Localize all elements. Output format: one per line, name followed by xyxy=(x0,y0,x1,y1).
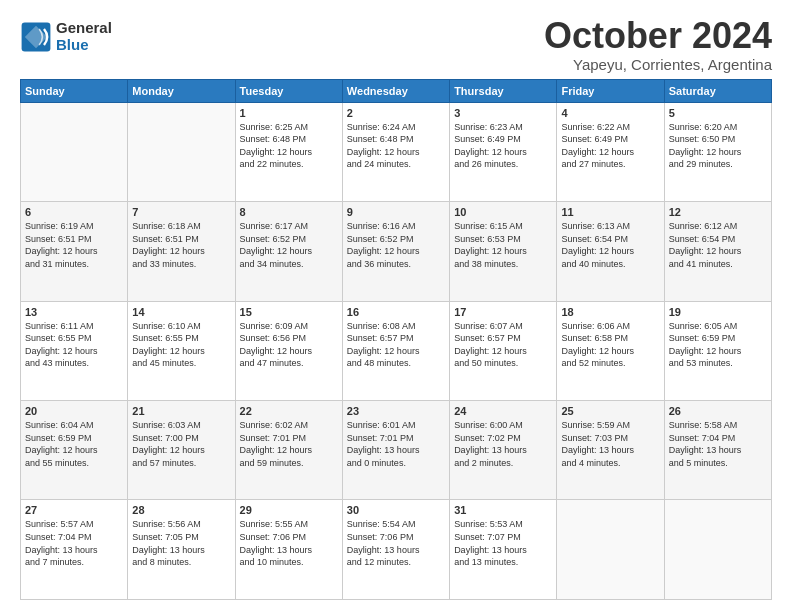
day-info: Sunrise: 5:58 AM Sunset: 7:04 PM Dayligh… xyxy=(669,419,767,469)
calendar-table: Sunday Monday Tuesday Wednesday Thursday… xyxy=(20,79,772,600)
logo-icon xyxy=(20,21,52,53)
header-sunday: Sunday xyxy=(21,79,128,102)
header-monday: Monday xyxy=(128,79,235,102)
week-row-0: 1Sunrise: 6:25 AM Sunset: 6:48 PM Daylig… xyxy=(21,102,772,201)
calendar-cell-3-6: 26Sunrise: 5:58 AM Sunset: 7:04 PM Dayli… xyxy=(664,401,771,500)
day-number: 18 xyxy=(561,306,659,318)
day-number: 8 xyxy=(240,206,338,218)
day-number: 14 xyxy=(132,306,230,318)
calendar-cell-3-3: 23Sunrise: 6:01 AM Sunset: 7:01 PM Dayli… xyxy=(342,401,449,500)
calendar-cell-4-6 xyxy=(664,500,771,600)
calendar-cell-1-5: 11Sunrise: 6:13 AM Sunset: 6:54 PM Dayli… xyxy=(557,202,664,301)
day-info: Sunrise: 6:08 AM Sunset: 6:57 PM Dayligh… xyxy=(347,320,445,370)
day-info: Sunrise: 6:04 AM Sunset: 6:59 PM Dayligh… xyxy=(25,419,123,469)
subtitle: Yapeyu, Corrientes, Argentina xyxy=(544,56,772,73)
calendar-cell-2-6: 19Sunrise: 6:05 AM Sunset: 6:59 PM Dayli… xyxy=(664,301,771,400)
day-info: Sunrise: 6:06 AM Sunset: 6:58 PM Dayligh… xyxy=(561,320,659,370)
day-number: 7 xyxy=(132,206,230,218)
day-info: Sunrise: 6:10 AM Sunset: 6:55 PM Dayligh… xyxy=(132,320,230,370)
logo-text: General Blue xyxy=(56,20,112,53)
calendar-cell-0-5: 4Sunrise: 6:22 AM Sunset: 6:49 PM Daylig… xyxy=(557,102,664,201)
day-info: Sunrise: 6:05 AM Sunset: 6:59 PM Dayligh… xyxy=(669,320,767,370)
day-number: 26 xyxy=(669,405,767,417)
day-number: 12 xyxy=(669,206,767,218)
day-number: 10 xyxy=(454,206,552,218)
calendar-cell-0-1 xyxy=(128,102,235,201)
calendar-cell-2-1: 14Sunrise: 6:10 AM Sunset: 6:55 PM Dayli… xyxy=(128,301,235,400)
calendar-cell-3-2: 22Sunrise: 6:02 AM Sunset: 7:01 PM Dayli… xyxy=(235,401,342,500)
week-row-2: 13Sunrise: 6:11 AM Sunset: 6:55 PM Dayli… xyxy=(21,301,772,400)
day-number: 13 xyxy=(25,306,123,318)
week-row-1: 6Sunrise: 6:19 AM Sunset: 6:51 PM Daylig… xyxy=(21,202,772,301)
day-number: 1 xyxy=(240,107,338,119)
day-info: Sunrise: 6:23 AM Sunset: 6:49 PM Dayligh… xyxy=(454,121,552,171)
logo-general: General xyxy=(56,20,112,37)
logo: General Blue xyxy=(20,20,112,53)
day-number: 5 xyxy=(669,107,767,119)
header-wednesday: Wednesday xyxy=(342,79,449,102)
day-number: 29 xyxy=(240,504,338,516)
header: General Blue October 2024 Yapeyu, Corrie… xyxy=(20,16,772,73)
day-info: Sunrise: 5:53 AM Sunset: 7:07 PM Dayligh… xyxy=(454,518,552,568)
day-info: Sunrise: 5:55 AM Sunset: 7:06 PM Dayligh… xyxy=(240,518,338,568)
calendar-cell-1-2: 8Sunrise: 6:17 AM Sunset: 6:52 PM Daylig… xyxy=(235,202,342,301)
calendar-cell-2-0: 13Sunrise: 6:11 AM Sunset: 6:55 PM Dayli… xyxy=(21,301,128,400)
day-info: Sunrise: 5:54 AM Sunset: 7:06 PM Dayligh… xyxy=(347,518,445,568)
calendar-cell-1-1: 7Sunrise: 6:18 AM Sunset: 6:51 PM Daylig… xyxy=(128,202,235,301)
calendar-cell-2-2: 15Sunrise: 6:09 AM Sunset: 6:56 PM Dayli… xyxy=(235,301,342,400)
calendar-cell-2-3: 16Sunrise: 6:08 AM Sunset: 6:57 PM Dayli… xyxy=(342,301,449,400)
calendar-cell-4-2: 29Sunrise: 5:55 AM Sunset: 7:06 PM Dayli… xyxy=(235,500,342,600)
week-row-4: 27Sunrise: 5:57 AM Sunset: 7:04 PM Dayli… xyxy=(21,500,772,600)
day-number: 15 xyxy=(240,306,338,318)
day-info: Sunrise: 6:12 AM Sunset: 6:54 PM Dayligh… xyxy=(669,220,767,270)
day-info: Sunrise: 6:17 AM Sunset: 6:52 PM Dayligh… xyxy=(240,220,338,270)
day-info: Sunrise: 6:18 AM Sunset: 6:51 PM Dayligh… xyxy=(132,220,230,270)
day-info: Sunrise: 6:15 AM Sunset: 6:53 PM Dayligh… xyxy=(454,220,552,270)
day-info: Sunrise: 5:59 AM Sunset: 7:03 PM Dayligh… xyxy=(561,419,659,469)
calendar-cell-1-6: 12Sunrise: 6:12 AM Sunset: 6:54 PM Dayli… xyxy=(664,202,771,301)
day-info: Sunrise: 6:16 AM Sunset: 6:52 PM Dayligh… xyxy=(347,220,445,270)
day-number: 25 xyxy=(561,405,659,417)
header-saturday: Saturday xyxy=(664,79,771,102)
day-number: 28 xyxy=(132,504,230,516)
calendar-cell-1-3: 9Sunrise: 6:16 AM Sunset: 6:52 PM Daylig… xyxy=(342,202,449,301)
title-section: October 2024 Yapeyu, Corrientes, Argenti… xyxy=(544,16,772,73)
calendar-cell-4-1: 28Sunrise: 5:56 AM Sunset: 7:05 PM Dayli… xyxy=(128,500,235,600)
calendar-cell-2-4: 17Sunrise: 6:07 AM Sunset: 6:57 PM Dayli… xyxy=(450,301,557,400)
calendar-cell-3-5: 25Sunrise: 5:59 AM Sunset: 7:03 PM Dayli… xyxy=(557,401,664,500)
calendar-page: General Blue October 2024 Yapeyu, Corrie… xyxy=(0,0,792,612)
day-number: 27 xyxy=(25,504,123,516)
day-number: 23 xyxy=(347,405,445,417)
calendar-cell-4-0: 27Sunrise: 5:57 AM Sunset: 7:04 PM Dayli… xyxy=(21,500,128,600)
day-info: Sunrise: 6:03 AM Sunset: 7:00 PM Dayligh… xyxy=(132,419,230,469)
calendar-cell-3-1: 21Sunrise: 6:03 AM Sunset: 7:00 PM Dayli… xyxy=(128,401,235,500)
header-thursday: Thursday xyxy=(450,79,557,102)
week-row-3: 20Sunrise: 6:04 AM Sunset: 6:59 PM Dayli… xyxy=(21,401,772,500)
day-number: 2 xyxy=(347,107,445,119)
day-number: 6 xyxy=(25,206,123,218)
day-number: 3 xyxy=(454,107,552,119)
day-info: Sunrise: 5:56 AM Sunset: 7:05 PM Dayligh… xyxy=(132,518,230,568)
day-number: 20 xyxy=(25,405,123,417)
calendar-cell-4-3: 30Sunrise: 5:54 AM Sunset: 7:06 PM Dayli… xyxy=(342,500,449,600)
calendar-cell-2-5: 18Sunrise: 6:06 AM Sunset: 6:58 PM Dayli… xyxy=(557,301,664,400)
day-number: 9 xyxy=(347,206,445,218)
logo-blue: Blue xyxy=(56,37,112,54)
calendar-cell-1-0: 6Sunrise: 6:19 AM Sunset: 6:51 PM Daylig… xyxy=(21,202,128,301)
day-info: Sunrise: 6:24 AM Sunset: 6:48 PM Dayligh… xyxy=(347,121,445,171)
calendar-cell-4-5 xyxy=(557,500,664,600)
calendar-cell-0-0 xyxy=(21,102,128,201)
calendar-cell-3-4: 24Sunrise: 6:00 AM Sunset: 7:02 PM Dayli… xyxy=(450,401,557,500)
day-number: 11 xyxy=(561,206,659,218)
day-info: Sunrise: 6:00 AM Sunset: 7:02 PM Dayligh… xyxy=(454,419,552,469)
month-title: October 2024 xyxy=(544,16,772,56)
day-number: 4 xyxy=(561,107,659,119)
calendar-cell-4-4: 31Sunrise: 5:53 AM Sunset: 7:07 PM Dayli… xyxy=(450,500,557,600)
day-number: 31 xyxy=(454,504,552,516)
day-info: Sunrise: 6:11 AM Sunset: 6:55 PM Dayligh… xyxy=(25,320,123,370)
day-number: 16 xyxy=(347,306,445,318)
day-info: Sunrise: 6:20 AM Sunset: 6:50 PM Dayligh… xyxy=(669,121,767,171)
calendar-cell-3-0: 20Sunrise: 6:04 AM Sunset: 6:59 PM Dayli… xyxy=(21,401,128,500)
day-info: Sunrise: 6:07 AM Sunset: 6:57 PM Dayligh… xyxy=(454,320,552,370)
header-tuesday: Tuesday xyxy=(235,79,342,102)
